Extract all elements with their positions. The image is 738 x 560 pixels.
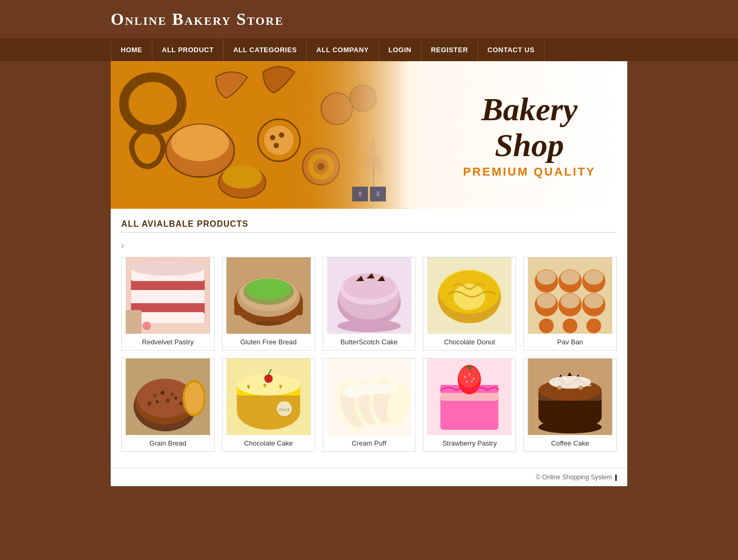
product-name-chocodonuts: Chocolate Donut [423,334,516,350]
banner-next-button[interactable]: ⇩ [370,187,386,201]
svg-point-107 [469,374,470,375]
svg-point-76 [147,401,151,405]
svg-point-110 [471,381,473,382]
svg-text:PRICE: PRICE [278,408,290,412]
product-card-chocodonuts[interactable]: Chocolate Donut [423,257,516,351]
product-card-chococake[interactable]: PRICE Chocolate Cake [222,358,315,452]
svg-text:sandwich: sandwich [256,320,280,326]
svg-point-62 [585,294,604,308]
product-image-glutenfree: sandwich [222,257,315,334]
svg-point-116 [549,376,591,389]
svg-point-45 [337,320,401,332]
svg-point-79 [184,382,203,414]
svg-point-117 [558,385,562,390]
svg-rect-113 [539,398,602,417]
nav-item-contact-us[interactable]: CONTACT US [478,38,545,61]
svg-point-56 [585,270,604,285]
svg-point-73 [156,400,159,403]
svg-point-70 [153,394,156,397]
banner: Bakery Shop PREMIUM QUALITY ⇧ ⇩ [111,61,627,209]
svg-point-77 [179,402,182,405]
product-image-chocodonuts [423,257,516,334]
svg-point-71 [160,391,164,395]
section-title: ALL AVIALBALE PRODUCTS [121,219,617,229]
svg-point-28 [131,260,205,276]
section-divider [121,232,617,233]
product-card-butterscotch[interactable]: ButterScotch Cake [323,257,416,351]
svg-point-65 [587,318,601,333]
product-card-glutenfree[interactable]: sandwich Gluten Free Bread [222,257,315,351]
svg-point-54 [561,270,580,285]
nav-item-all-company[interactable]: ALL COMPANY [307,38,379,61]
svg-point-58 [537,294,556,308]
footer-bar [615,475,617,481]
product-image-coffeecake [524,359,616,435]
nav-item-home[interactable]: HOME [111,38,152,61]
product-image-butterscotch [323,257,415,334]
svg-point-109 [466,381,468,383]
banner-prev-button[interactable]: ⇧ [352,187,368,201]
banner-text-area: Bakery Shop PREMIUM QUALITY [463,91,596,179]
svg-rect-30 [125,310,141,334]
nav-item-login[interactable]: LOGIN [379,38,422,61]
product-image-strawberry [423,359,516,435]
product-card-strawberry[interactable]: Strawberry Pastry [423,358,516,452]
banner-controls: ⇧ ⇩ [352,187,386,201]
product-image-redvelvet [122,257,214,334]
svg-point-74 [166,399,170,403]
svg-point-119 [539,421,602,433]
product-image-pavban [524,257,616,334]
svg-rect-27 [131,312,205,323]
svg-point-99 [373,383,394,394]
product-name-creampuff: Cream Puff [323,435,415,451]
product-name-chococake: Chocolate Cake [222,435,315,451]
product-image-grainbread [122,359,214,435]
svg-point-75 [174,397,177,400]
site-title: Online Bakery Store [111,9,738,29]
svg-point-29 [142,322,151,330]
banner-subtitle: PREMIUM QUALITY [463,165,596,179]
nav-item-all-categories[interactable]: ALL CATEGORIES [224,38,307,61]
svg-point-72 [170,393,173,396]
svg-point-118 [579,385,583,390]
banner-title: Bakery Shop [463,91,596,163]
nav-item-register[interactable]: REGISTER [421,38,478,61]
svg-point-85 [264,374,273,383]
product-card-creampuff[interactable]: Cream Puff [323,358,416,452]
product-name-redvelvet: Redvelvet Pastry [122,334,214,350]
product-image-creampuff [323,359,415,435]
nav-item-all-product[interactable]: ALL PRODUCT [152,38,224,61]
svg-point-105 [459,366,480,388]
products-grid: Redvelvet Pastry sandwich Gluten Free Br… [121,257,617,452]
svg-point-38 [246,278,290,300]
footer-text: © Online Shopping System [536,474,611,481]
product-name-grainbread: Grain Bread [122,435,214,451]
product-card-coffeecake[interactable]: Coffee Cake [523,358,617,452]
main-content: Bakery Shop PREMIUM QUALITY ⇧ ⇩ ALL AVIA… [111,61,627,468]
product-name-butterscotch: ButterScotch Cake [323,334,415,350]
product-name-pavban: Pav Ban [524,334,616,350]
product-card-redvelvet[interactable]: Redvelvet Pastry [121,257,215,351]
svg-point-106 [464,376,466,378]
banner-content: Bakery Shop PREMIUM QUALITY ⇧ ⇩ [111,61,627,209]
svg-point-64 [563,318,578,333]
navigation: HOMEALL PRODUCTALL CATEGORIESALL COMPANY… [0,38,738,61]
section-arrow: › [121,241,617,250]
product-card-pavban[interactable]: Pav Ban [523,257,617,351]
svg-point-63 [539,318,554,333]
svg-rect-26 [131,290,205,303]
header: Online Bakery Store [0,0,738,38]
svg-point-60 [561,294,580,308]
products-section: ALL AVIALBALE PRODUCTS › Redvelvet Pastr… [111,209,627,468]
product-name-coffeecake: Coffee Cake [524,435,616,451]
svg-point-52 [537,270,556,285]
product-card-grainbread[interactable]: Grain Bread [121,358,215,452]
product-name-strawberry: Strawberry Pastry [423,435,516,451]
product-image-chococake: PRICE [222,359,315,435]
svg-point-108 [473,378,474,380]
product-name-glutenfree: Gluten Free Bread [222,334,315,350]
footer: © Online Shopping System [111,468,627,486]
